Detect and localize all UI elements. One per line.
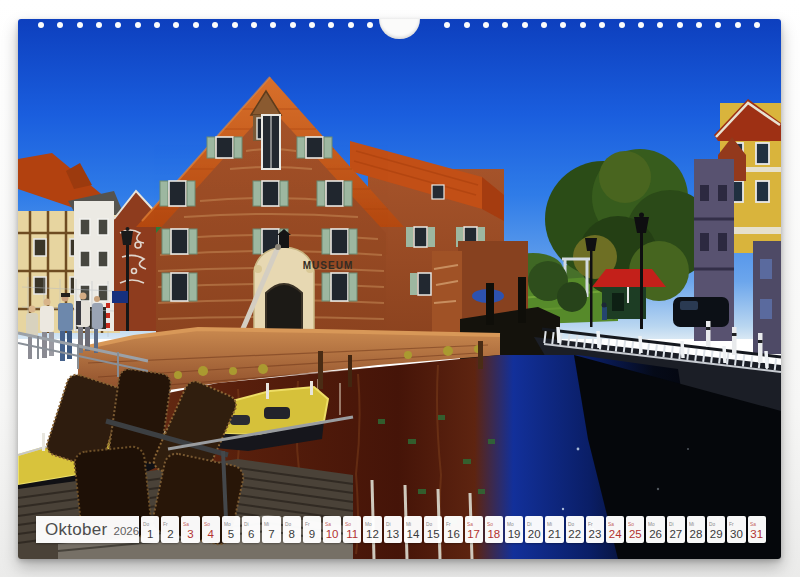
punch-hole	[193, 22, 199, 28]
day-number: 10	[326, 528, 339, 540]
punch-hole	[115, 22, 121, 28]
punch-hole	[77, 22, 83, 28]
day-row: Do1Fr2Sa3So4Mo5Di6Mi7Do8Fr9Sa10So11Mo12D…	[141, 516, 766, 543]
month-label: Oktober 2026	[36, 516, 139, 543]
month-name: Oktober	[45, 520, 108, 540]
calendar-strip: Oktober 2026 Do1Fr2Sa3So4Mo5Di6Mi7Do8Fr9…	[18, 516, 781, 543]
punch-hole	[580, 22, 586, 28]
punch-hole	[444, 22, 450, 28]
day-number: 3	[187, 528, 193, 540]
punch-hole	[677, 22, 683, 28]
weekday-abbr: Do	[285, 522, 291, 527]
day-cell: Fr23	[586, 516, 604, 543]
day-cell: Mi21	[545, 516, 563, 543]
day-number: 16	[447, 528, 460, 540]
punch-hole	[348, 22, 354, 28]
day-number: 29	[710, 528, 723, 540]
punch-hole	[735, 22, 741, 28]
day-cell: Fr30	[727, 516, 745, 543]
punch-hole	[290, 22, 296, 28]
day-number: 30	[730, 528, 743, 540]
day-number: 1	[147, 528, 153, 540]
weekday-abbr: Sa	[183, 522, 189, 527]
punch-hole	[367, 22, 373, 28]
day-number: 12	[366, 528, 379, 540]
weekday-abbr: Mi	[264, 522, 269, 527]
year-label: 2026	[114, 522, 140, 537]
punch-hole	[232, 22, 238, 28]
weekday-abbr: Do	[143, 522, 149, 527]
day-number: 18	[487, 528, 500, 540]
day-number: 9	[309, 528, 315, 540]
weekday-abbr: Fr	[588, 522, 593, 527]
day-cell: Fr2	[161, 516, 179, 543]
day-number: 6	[248, 528, 254, 540]
day-number: 14	[407, 528, 420, 540]
punch-hole	[696, 22, 702, 28]
weekday-abbr: Di	[669, 522, 674, 527]
day-cell: Do1	[141, 516, 159, 543]
weekday-abbr: Mo	[224, 522, 231, 527]
museum-sign: MUSEUM	[303, 260, 353, 271]
weekday-abbr: Do	[709, 522, 715, 527]
weekday-abbr: Fr	[446, 522, 451, 527]
day-number: 23	[589, 528, 602, 540]
punch-hole	[38, 22, 44, 28]
punch-hole	[541, 22, 547, 28]
parked-car	[673, 297, 729, 327]
day-cell: Fr9	[303, 516, 321, 543]
day-cell: Mi14	[404, 516, 422, 543]
punch-hole	[522, 22, 528, 28]
day-cell: Sa24	[606, 516, 624, 543]
day-cell: Di20	[525, 516, 543, 543]
calendar-page: MUSEUM	[18, 19, 781, 559]
punch-hole	[251, 22, 257, 28]
day-cell: Mo26	[646, 516, 664, 543]
weekday-abbr: Do	[426, 522, 432, 527]
punch-hole	[619, 22, 625, 28]
day-number: 17	[467, 528, 480, 540]
day-cell: Do29	[707, 516, 725, 543]
day-cell: So4	[202, 516, 220, 543]
day-number: 11	[346, 528, 358, 540]
weekday-abbr: Mo	[365, 522, 372, 527]
punch-hole	[173, 22, 179, 28]
weekday-abbr: Sa	[325, 522, 331, 527]
day-cell: Mo19	[505, 516, 523, 543]
day-cell: Fr16	[444, 516, 462, 543]
canal-town-photo: MUSEUM	[18, 19, 781, 559]
day-number: 7	[268, 528, 274, 540]
day-number: 31	[750, 528, 763, 540]
punch-hole	[328, 22, 334, 28]
punch-hole	[309, 22, 315, 28]
day-number: 19	[508, 528, 521, 540]
punch-hole	[560, 22, 566, 28]
day-number: 13	[386, 528, 399, 540]
punch-hole	[212, 22, 218, 28]
punch-hole	[464, 22, 470, 28]
weekday-abbr: So	[204, 522, 210, 527]
weekday-abbr: Di	[244, 522, 249, 527]
day-cell: Mi7	[262, 516, 280, 543]
punch-hole	[599, 22, 605, 28]
day-cell: Do8	[283, 516, 301, 543]
day-number: 25	[629, 528, 642, 540]
day-number: 26	[649, 528, 662, 540]
day-cell: So11	[343, 516, 361, 543]
day-number: 4	[208, 528, 214, 540]
day-number: 24	[609, 528, 622, 540]
day-number: 27	[669, 528, 682, 540]
punch-hole	[270, 22, 276, 28]
weekday-abbr: So	[487, 522, 493, 527]
day-cell: Do15	[424, 516, 442, 543]
weekday-abbr: Sa	[608, 522, 614, 527]
weekday-abbr: Sa	[467, 522, 473, 527]
day-cell: Mo5	[222, 516, 240, 543]
punch-hole	[657, 22, 663, 28]
punch-hole	[135, 22, 141, 28]
punch-hole	[715, 22, 721, 28]
punch-hole	[154, 22, 160, 28]
weekday-abbr: Fr	[729, 522, 734, 527]
day-cell: Sa17	[465, 516, 483, 543]
punch-hole	[96, 22, 102, 28]
